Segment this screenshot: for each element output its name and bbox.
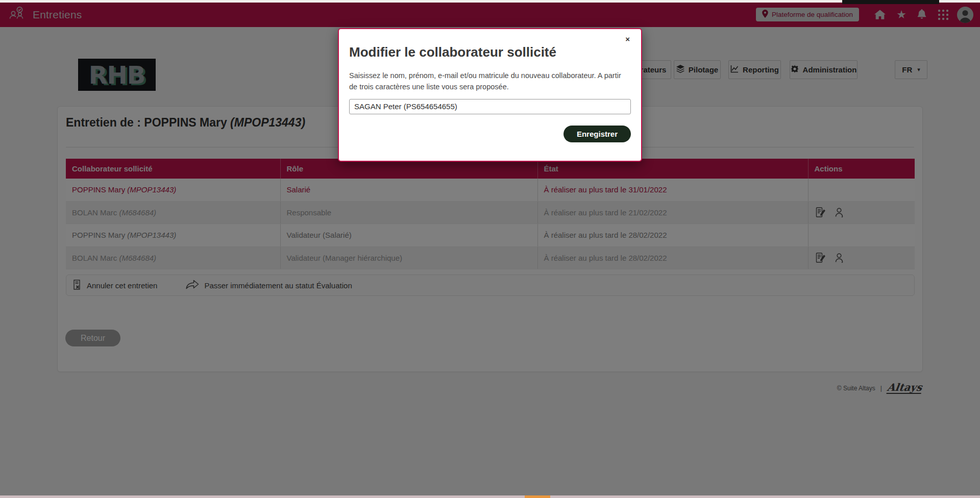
taskbar-orange-indicator [525,495,550,498]
edit-collaborator-modal: × Modifier le collaborateur sollicité Sa… [338,28,642,162]
close-icon[interactable]: × [622,34,633,44]
save-button[interactable]: Enregistrer [564,126,631,142]
modal-description: Saisissez le nom, prénom, e-mail et/ou m… [349,70,631,93]
modal-button-row: Enregistrer [349,126,631,142]
modal-title: Modifier le collaborateur sollicité [349,44,631,60]
browser-chrome-top-strip [0,0,980,3]
browser-chrome-top-element [842,0,939,4]
collaborator-search-input[interactable] [349,99,631,114]
taskbar-edge-strip [0,495,980,498]
